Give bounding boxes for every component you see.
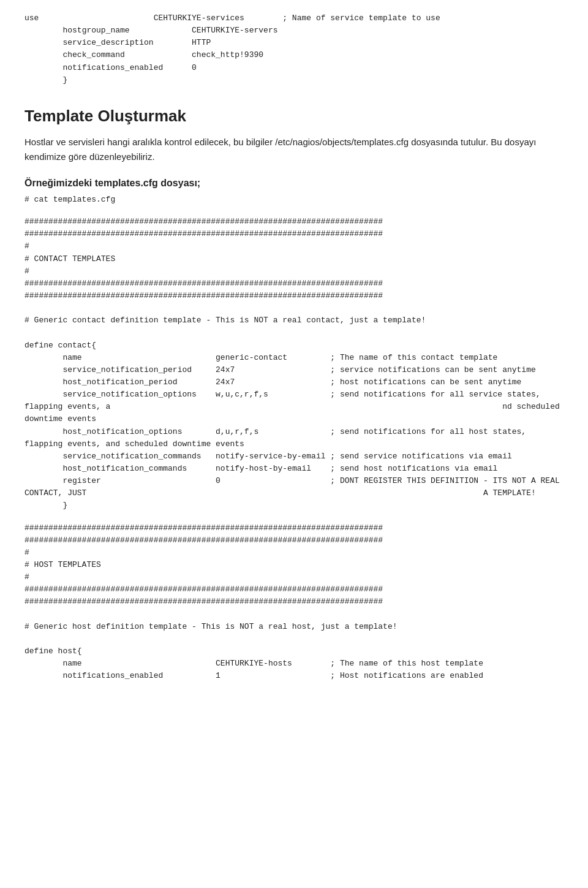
cat-command: # cat templates.cfg — [24, 194, 564, 206]
subsection-heading: Örneğimizdeki templates.cfg dosyası; — [24, 175, 564, 191]
host-templates-code-block: ########################################… — [24, 522, 564, 683]
section-template-olusturmak: Template Oluşturmak Hostlar ve servisler… — [24, 104, 564, 206]
top-code-block: use CEHTURKIYE-services ; Name of servic… — [24, 12, 564, 86]
section-para1: Hostlar ve servisleri hangi aralıkla kon… — [24, 135, 564, 164]
templates-code-block: ########################################… — [24, 216, 564, 512]
subsection-label: Örneğimizdeki templates.cfg dosyası; — [24, 178, 200, 188]
section-heading: Template Oluşturmak — [24, 104, 564, 129]
